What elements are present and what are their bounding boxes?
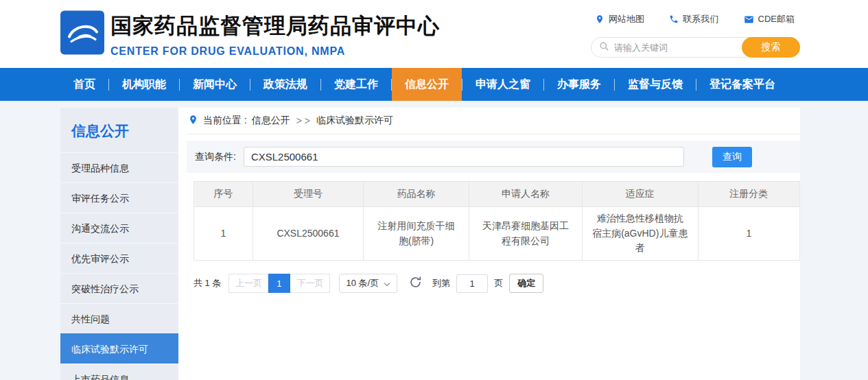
goto-prefix: 到第: [432, 277, 450, 289]
sidebar-item-7[interactable]: 上市药品信息: [60, 364, 178, 380]
sidebar-item-5[interactable]: 共性问题: [60, 303, 178, 333]
brand: 国家药品监督管理局药品审评中心 CENTER FOR DRUG EVALUATI…: [60, 10, 440, 58]
quick-link-location-pin[interactable]: 网站地图: [595, 13, 644, 25]
quick-link-label: 联系我们: [683, 13, 718, 25]
sidebar: 信息公开 受理品种信息审评任务公示沟通交流公示优先审评公示突破性治疗公示共性问题…: [60, 108, 178, 380]
quick-link-envelope[interactable]: CDE邮箱: [744, 13, 795, 25]
nav-item-8[interactable]: 监督与反馈: [615, 68, 696, 101]
site-title: 国家药品监督管理局药品审评中心: [110, 12, 440, 40]
nav-item-9[interactable]: 登记备案平台: [696, 68, 788, 101]
nav-item-7[interactable]: 办事服务: [544, 68, 614, 101]
goto-suffix: 页: [494, 277, 503, 289]
refresh-button[interactable]: [409, 276, 422, 291]
refresh-icon: [409, 276, 422, 291]
sidebar-item-4[interactable]: 突破性治疗公示: [60, 273, 178, 303]
quick-link-label: 网站地图: [609, 13, 644, 25]
location-pin-icon: [595, 14, 605, 24]
breadcrumb-separator: > >: [296, 115, 310, 126]
search-button[interactable]: 搜索: [742, 37, 800, 58]
nav-item-5[interactable]: 信息公开: [392, 68, 462, 101]
page-size-value: 10 条/页: [346, 277, 379, 289]
table-column-header: 序号: [194, 182, 253, 207]
sidebar-title: 信息公开: [60, 108, 178, 152]
site-search-bar: 搜索: [591, 37, 800, 58]
nav-item-3[interactable]: 政策法规: [250, 68, 320, 101]
table-header-row: 序号受理号药品名称申请人名称适应症注册分类: [194, 182, 800, 207]
table-column-header: 申请人名称: [469, 182, 582, 207]
site-subtitle: CENTER FOR DRUG EVALUATION, NMPA: [110, 45, 440, 58]
nav-item-6[interactable]: 申请人之窗: [462, 68, 543, 101]
table-row: 1CXSL2500661注射用间充质干细胞(脐带)天津昂赛细胞基因工程有限公司难…: [194, 207, 800, 261]
breadcrumb-section[interactable]: 信息公开: [252, 115, 290, 127]
sidebar-item-3[interactable]: 优先审评公示: [60, 243, 178, 273]
search-icon: [599, 41, 609, 54]
query-button[interactable]: 查询: [712, 147, 752, 167]
query-input[interactable]: [244, 147, 684, 167]
envelope-icon: [744, 14, 754, 25]
next-page-button[interactable]: 下一页: [290, 274, 330, 293]
location-pin-icon: [188, 115, 198, 127]
pagination-total: 共 1 条: [193, 277, 221, 289]
sidebar-item-2[interactable]: 沟通交流公示: [60, 213, 178, 243]
table-column-header: 适应症: [582, 182, 698, 207]
table-column-header: 受理号: [253, 182, 364, 207]
search-input[interactable]: [609, 43, 742, 53]
quick-link-phone[interactable]: 联系我们: [669, 13, 718, 25]
current-page-button[interactable]: 1: [268, 274, 290, 293]
breadcrumb-current[interactable]: 临床试验默示许可: [316, 115, 393, 127]
nav-item-0[interactable]: 首页: [60, 68, 108, 101]
main-content: 当前位置 : 信息公开 > > 临床试验默示许可 查询条件: 查询 序号受理号药…: [178, 108, 800, 380]
chevron-down-icon: [384, 278, 390, 289]
page-body: 信息公开 受理品种信息审评任务公示沟通交流公示优先审评公示突破性治疗公示共性问题…: [0, 101, 868, 380]
table-cell: CXSL2500661: [253, 207, 364, 261]
breadcrumb: 当前位置 : 信息公开 > > 临床试验默示许可: [187, 108, 800, 134]
site-header: 国家药品监督管理局药品审评中心 CENTER FOR DRUG EVALUATI…: [0, 0, 868, 68]
nav-item-2[interactable]: 新闻中心: [180, 68, 250, 101]
sidebar-item-1[interactable]: 审评任务公示: [60, 182, 178, 213]
table-cell: 难治性急性移植物抗宿主病(aGvHD)儿童患者: [582, 207, 698, 261]
table-cell: 1: [698, 207, 799, 261]
sidebar-item-6[interactable]: 临床试验默示许可: [60, 333, 178, 364]
sidebar-item-0[interactable]: 受理品种信息: [60, 152, 178, 182]
table-cell: 注射用间充质干细胞(脐带): [364, 207, 469, 261]
results-table: 序号受理号药品名称申请人名称适应症注册分类 1CXSL2500661注射用间充质…: [193, 181, 800, 261]
quick-link-label: CDE邮箱: [758, 13, 795, 25]
pagination: 共 1 条 上一页 1 下一页 10 条/页: [193, 274, 800, 293]
main-nav: 首页机构职能新闻中心政策法规党建工作信息公开申请人之窗办事服务监督与反馈登记备案…: [0, 68, 868, 101]
nav-item-4[interactable]: 党建工作: [321, 68, 391, 101]
nav-item-1[interactable]: 机构职能: [109, 68, 179, 101]
confirm-button[interactable]: 确定: [509, 274, 543, 293]
table-column-header: 药品名称: [364, 182, 469, 207]
prev-page-button[interactable]: 上一页: [228, 274, 268, 293]
query-label: 查询条件:: [195, 151, 236, 163]
breadcrumb-prefix: 当前位置 :: [203, 115, 247, 127]
table-column-header: 注册分类: [698, 182, 799, 207]
table-cell: 1: [194, 207, 253, 261]
cde-logo-icon: [60, 10, 104, 55]
quick-links: 网站地图联系我们CDE邮箱: [591, 13, 800, 25]
page-size-select[interactable]: 10 条/页: [339, 274, 397, 293]
query-panel: 查询条件: 查询: [187, 141, 800, 173]
phone-icon: [669, 14, 679, 24]
table-cell: 天津昂赛细胞基因工程有限公司: [469, 207, 582, 261]
goto-page-input[interactable]: [456, 274, 488, 293]
